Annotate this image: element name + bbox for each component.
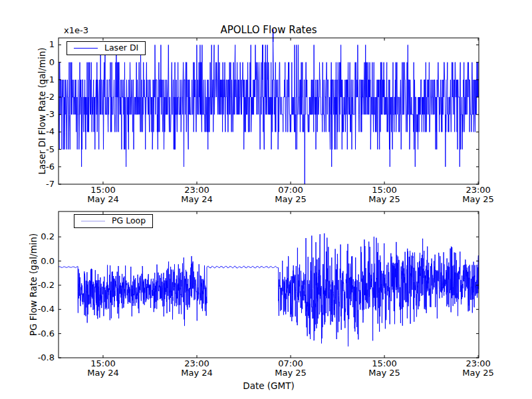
y-tick-label: 0 [21, 57, 55, 68]
x-axis-label: Date (GMT) [59, 380, 479, 391]
y-tick-label: -4 [21, 126, 55, 137]
x-tick-text: 15:00 [354, 359, 414, 368]
laser-di-legend: Laser DI [66, 41, 146, 55]
x-tick-text: May 25 [448, 368, 508, 378]
y-tick-label: -5 [21, 144, 55, 155]
x-tick-text: May 25 [354, 368, 414, 378]
x-tick-text: 23:00 [448, 186, 508, 195]
y-tick-label: -0.6 [21, 329, 55, 339]
x-tick-text: May 25 [261, 195, 321, 204]
y-tick-label: -2 [21, 92, 55, 102]
x-tick-text: 15:00 [73, 359, 133, 368]
x-tick-label: 23:00May 25 [448, 186, 508, 204]
x-tick-text: May 24 [73, 195, 133, 204]
x-tick-text: 07:00 [261, 359, 321, 368]
y-tick-label: -0.2 [21, 280, 55, 291]
chart-title: APOLLO Flow Rates [59, 24, 479, 36]
y-tick-label: 1 [21, 39, 55, 50]
y-tick-label: -7 [21, 179, 55, 190]
y-tick-label: -0.8 [21, 352, 55, 363]
x-tick-text: 23:00 [448, 359, 508, 368]
pg-loop-series-line [59, 233, 479, 346]
x-tick-text: 23:00 [167, 359, 227, 368]
x-tick-label: 23:00May 25 [448, 359, 508, 378]
x-tick-text: 07:00 [261, 186, 321, 195]
x-tick-label: 15:00May 25 [354, 359, 414, 378]
pg-loop-legend: PG Loop [74, 214, 153, 228]
y-tick-label: -3 [21, 109, 55, 120]
x-tick-text: May 25 [261, 368, 321, 378]
legend-label: PG Loop [112, 216, 146, 225]
x-tick-text: May 24 [167, 195, 227, 204]
x-tick-label: 15:00May 25 [354, 186, 414, 204]
x-tick-text: 23:00 [167, 186, 227, 195]
y-tick-label: -1 [21, 74, 55, 85]
x-tick-text: May 24 [73, 368, 133, 378]
y-tick-label: -0.4 [21, 304, 55, 315]
y-tick-label: -6 [21, 162, 55, 172]
y-axis-offset-text: x1e-3 [64, 25, 88, 35]
x-tick-label: 15:00May 24 [73, 186, 133, 204]
x-tick-text: May 24 [167, 368, 227, 378]
x-tick-label: 23:00May 24 [167, 186, 227, 204]
x-tick-label: 15:00May 24 [73, 359, 133, 378]
x-tick-label: 07:00May 25 [261, 186, 321, 204]
x-tick-text: May 25 [354, 195, 414, 204]
y-tick-label: 0.2 [21, 231, 55, 242]
legend-label: Laser DI [104, 43, 138, 53]
x-tick-text: 15:00 [73, 186, 133, 195]
x-tick-label: 07:00May 25 [261, 359, 321, 378]
laser-di-series-line [59, 38, 479, 184]
x-tick-text: May 25 [448, 195, 508, 204]
y-tick-label: 0.0 [21, 256, 55, 267]
legend-line-sample [74, 48, 98, 49]
x-tick-text: 15:00 [354, 186, 414, 195]
legend-line-sample [81, 221, 105, 221]
x-tick-label: 23:00May 24 [167, 359, 227, 378]
figure: APOLLO Flow Rates x1e-3 Laser DI Flow Ra… [0, 0, 532, 399]
